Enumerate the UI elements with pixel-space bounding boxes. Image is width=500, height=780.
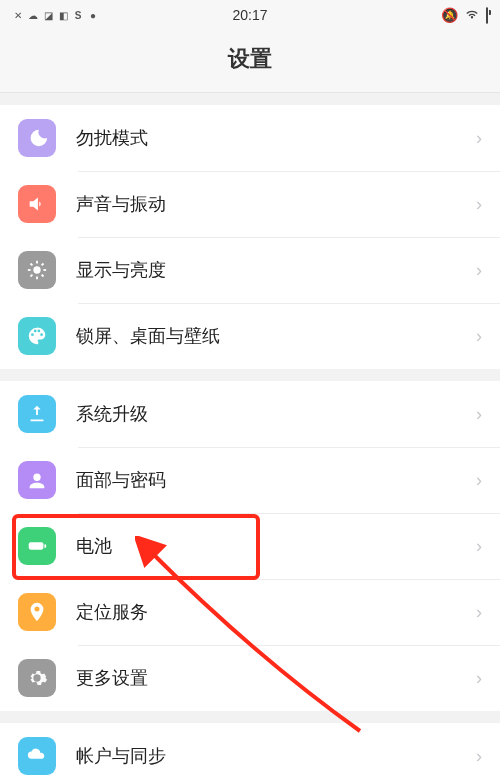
- row-label: 锁屏、桌面与壁纸: [76, 324, 476, 348]
- chevron-right-icon: ›: [476, 194, 482, 215]
- settings-group: 帐户与同步 ›: [0, 723, 500, 780]
- silent-icon: 🔕: [441, 7, 458, 23]
- chevron-right-icon: ›: [476, 260, 482, 281]
- chevron-right-icon: ›: [476, 470, 482, 491]
- settings-group: 勿扰模式 › 声音与振动 › 显示与亮度 › 锁屏、桌面与壁纸 ›: [0, 105, 500, 369]
- row-label: 系统升级: [76, 402, 476, 426]
- s-icon: S: [72, 9, 84, 21]
- svg-rect-11: [44, 544, 46, 548]
- row-display[interactable]: 显示与亮度 ›: [0, 237, 500, 303]
- row-label: 声音与振动: [76, 192, 476, 216]
- svg-line-5: [30, 263, 32, 265]
- palette-icon: [18, 317, 56, 355]
- row-label: 定位服务: [76, 600, 476, 624]
- status-bar: ✕ ☁ ◪ ◧ S ● 20:17 🔕: [0, 0, 500, 30]
- location-pin-icon: [18, 593, 56, 631]
- chevron-right-icon: ›: [476, 326, 482, 347]
- page-title: 设置: [0, 30, 500, 93]
- svg-point-0: [33, 266, 40, 273]
- svg-line-8: [42, 263, 44, 265]
- svg-point-9: [33, 474, 40, 481]
- row-sound[interactable]: 声音与振动 ›: [0, 171, 500, 237]
- status-left-icons: ✕ ☁ ◪ ◧ S ●: [12, 9, 99, 21]
- row-battery[interactable]: 电池 ›: [0, 513, 500, 579]
- checkbox-icon: ◪: [42, 9, 54, 21]
- row-face[interactable]: 面部与密码 ›: [0, 447, 500, 513]
- moon-icon: [18, 119, 56, 157]
- row-wallpaper[interactable]: 锁屏、桌面与壁纸 ›: [0, 303, 500, 369]
- row-label: 电池: [76, 534, 476, 558]
- update-icon: [18, 395, 56, 433]
- status-right-icons: 🔕: [441, 7, 488, 23]
- svg-line-6: [42, 275, 44, 277]
- gear-icon: [18, 659, 56, 697]
- row-label: 勿扰模式: [76, 126, 476, 150]
- row-label: 更多设置: [76, 666, 476, 690]
- chevron-right-icon: ›: [476, 404, 482, 425]
- chevron-right-icon: ›: [476, 536, 482, 557]
- close-box-icon: ✕: [12, 9, 24, 21]
- row-update[interactable]: 系统升级 ›: [0, 381, 500, 447]
- chat-icon: ●: [87, 9, 99, 21]
- row-label: 显示与亮度: [76, 258, 476, 282]
- svg-line-7: [30, 275, 32, 277]
- brightness-icon: [18, 251, 56, 289]
- row-dnd[interactable]: 勿扰模式 ›: [0, 105, 500, 171]
- chevron-right-icon: ›: [476, 746, 482, 767]
- face-id-icon: [18, 461, 56, 499]
- cloud-icon: ☁: [27, 9, 39, 21]
- row-account[interactable]: 帐户与同步 ›: [0, 723, 500, 780]
- status-time: 20:17: [232, 7, 267, 23]
- cloud-sync-icon: [18, 737, 56, 775]
- chevron-right-icon: ›: [476, 668, 482, 689]
- svg-rect-10: [29, 542, 44, 549]
- row-location[interactable]: 定位服务 ›: [0, 579, 500, 645]
- row-label: 面部与密码: [76, 468, 476, 492]
- settings-group: 系统升级 › 面部与密码 › 电池 › 定位服务 › 更多设置 ›: [0, 381, 500, 711]
- square-icon: ◧: [57, 9, 69, 21]
- chevron-right-icon: ›: [476, 602, 482, 623]
- battery-icon: [18, 527, 56, 565]
- battery-status-icon: [486, 8, 488, 23]
- speaker-icon: [18, 185, 56, 223]
- chevron-right-icon: ›: [476, 128, 482, 149]
- row-more[interactable]: 更多设置 ›: [0, 645, 500, 711]
- wifi-icon: [464, 8, 480, 23]
- row-label: 帐户与同步: [76, 744, 476, 768]
